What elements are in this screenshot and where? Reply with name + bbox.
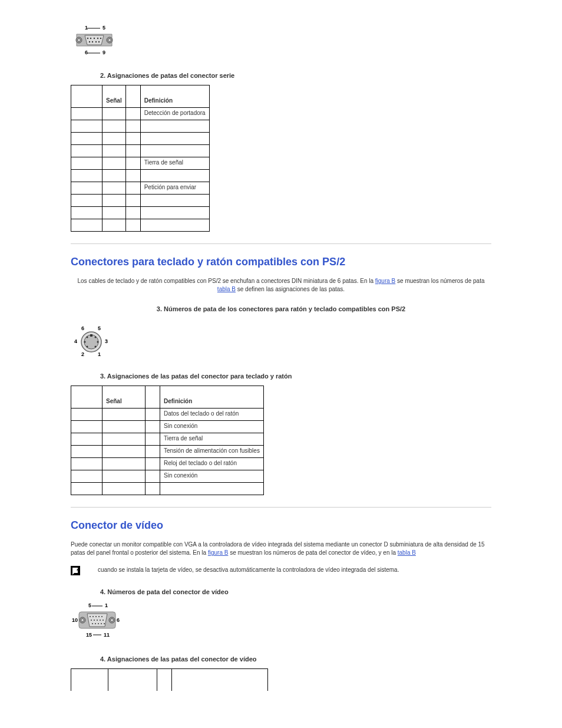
table-header-signal: Señal: [103, 386, 146, 409]
table-header-signal: Señal: [103, 85, 126, 108]
ps2-heading: Conectores para teclado y ratón compatib…: [71, 256, 491, 268]
svg-point-29: [84, 341, 86, 343]
svg-text:4: 4: [74, 338, 77, 344]
svg-point-58: [101, 623, 102, 624]
video-intro: Puede conectar un monitor compatible con…: [71, 541, 491, 557]
table-row: Datos del teclado o del ratón: [71, 409, 264, 421]
svg-text:1: 1: [105, 602, 108, 608]
ps2-table-link[interactable]: tabla B: [217, 286, 236, 292]
svg-point-32: [95, 346, 97, 348]
serial-table-caption: 2. Asignaciones de patas del conector se…: [100, 72, 491, 79]
svg-point-15: [98, 41, 100, 42]
video-heading: Conector de vídeo: [71, 519, 491, 532]
svg-text:6: 6: [117, 617, 120, 623]
svg-point-31: [87, 346, 88, 348]
table-row: [71, 207, 210, 219]
svg-text:5: 5: [88, 602, 91, 608]
svg-point-57: [98, 623, 99, 624]
svg-text:5: 5: [103, 25, 105, 31]
svg-text:1: 1: [85, 25, 88, 31]
table-row: Detección de portadora: [71, 108, 210, 120]
video-figure-link[interactable]: figura B: [208, 549, 228, 556]
table-header-definition: Definición: [140, 85, 209, 108]
video-table-caption: 4. Asignaciones de las patas del conecto…: [100, 655, 491, 663]
svg-point-48: [98, 616, 100, 617]
note-icon: [71, 566, 80, 577]
table-row: [71, 133, 210, 145]
table-row: [71, 170, 210, 182]
table-row: Tierra de señal: [71, 157, 210, 170]
svg-point-30: [97, 341, 99, 343]
svg-point-45: [90, 616, 91, 617]
svg-point-55: [92, 623, 93, 624]
svg-text:6: 6: [85, 50, 88, 55]
svg-point-14: [95, 41, 97, 42]
svg-point-6: [108, 39, 111, 42]
svg-point-54: [103, 620, 104, 621]
svg-point-9: [94, 38, 95, 39]
svg-point-27: [87, 337, 88, 338]
svg-point-43: [81, 619, 84, 622]
video-pin-table: [71, 668, 268, 691]
table-row: Reloj del teclado o del ratón: [71, 458, 264, 470]
svg-point-52: [97, 620, 98, 621]
svg-text:6: 6: [81, 325, 84, 331]
svg-point-7: [87, 38, 88, 39]
table-row: [71, 483, 264, 495]
svg-point-51: [94, 620, 95, 621]
svg-point-56: [95, 623, 96, 624]
table-row: Sin conexión: [71, 421, 264, 433]
svg-text:15: 15: [86, 632, 92, 638]
svg-text:10: 10: [72, 617, 78, 623]
table-row: Sin conexión: [71, 470, 264, 483]
svg-point-11: [100, 38, 101, 39]
ps2-figure-link[interactable]: figura B: [375, 278, 395, 284]
vga-connector-figure: 5 1 10 6 15 11: [71, 601, 491, 644]
ps2-intro: Los cables de teclado y de ratón compati…: [71, 277, 491, 294]
svg-point-44: [111, 619, 114, 622]
svg-rect-33: [90, 334, 92, 337]
table-row: [71, 195, 210, 207]
video-table-link[interactable]: tabla B: [398, 549, 416, 556]
serial-connector-figure: 1 5 6 9: [71, 24, 491, 60]
svg-point-5: [78, 39, 81, 42]
svg-text:11: 11: [104, 632, 110, 638]
ps2-pin-table: Señal Definición Datos del teclado o del…: [71, 386, 264, 495]
svg-text:3: 3: [105, 338, 108, 344]
ps2-connector-figure: 6 5 4 3 2 1: [71, 324, 491, 361]
svg-point-28: [95, 337, 97, 338]
svg-point-47: [95, 616, 97, 617]
ps2-table-caption: 3. Asignaciones de las patas del conecto…: [100, 373, 491, 380]
table-header-definition: Definición: [160, 386, 264, 409]
svg-point-13: [92, 41, 93, 42]
svg-point-46: [92, 616, 94, 617]
divider: [71, 243, 491, 244]
table-row: [71, 120, 210, 133]
note-text: cuando se instala la tarjeta de vídeo, s…: [98, 566, 399, 574]
divider: [71, 507, 491, 508]
svg-text:1: 1: [98, 351, 101, 357]
table-row: [71, 145, 210, 157]
svg-point-12: [89, 41, 90, 42]
svg-point-10: [97, 38, 98, 39]
video-figure-caption: 4. Números de pata del conector de vídeo: [100, 588, 491, 595]
svg-text:9: 9: [103, 50, 105, 55]
table-row: [71, 219, 210, 232]
svg-point-50: [91, 620, 92, 621]
svg-point-8: [90, 38, 91, 39]
table-row: Tierra de señal: [71, 433, 264, 446]
note-block: cuando se instala la tarjeta de vídeo, s…: [71, 566, 491, 577]
ps2-figure-caption: 3. Números de pata de los conectores par…: [71, 305, 491, 312]
table-row: Petición para enviar: [71, 182, 210, 195]
svg-point-49: [101, 616, 103, 617]
serial-pin-table: Señal Definición Detección de portadora …: [71, 85, 210, 232]
svg-text:5: 5: [98, 325, 101, 331]
svg-point-53: [100, 620, 101, 621]
table-row: Tensión de alimentación con fusibles: [71, 446, 264, 458]
svg-text:2: 2: [81, 351, 84, 357]
svg-point-59: [104, 623, 105, 624]
